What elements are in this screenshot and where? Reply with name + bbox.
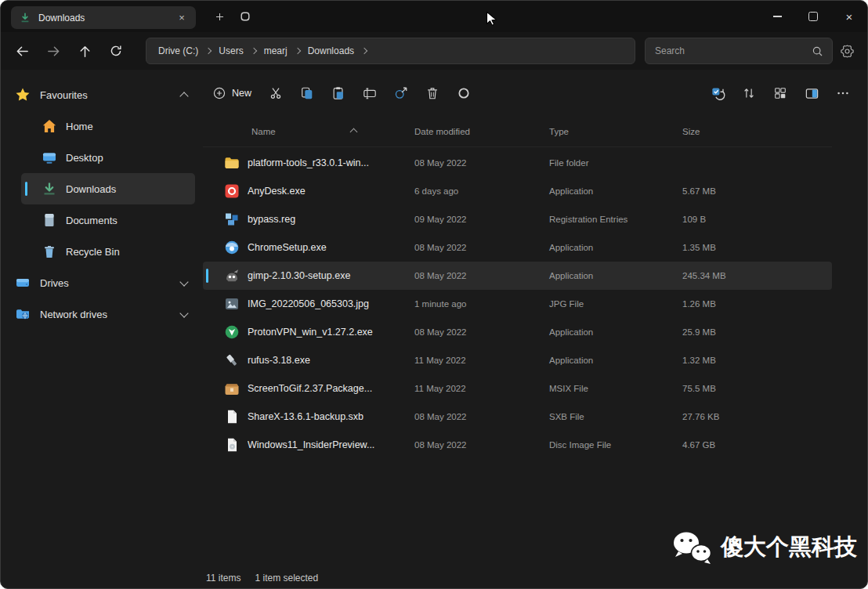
file-name: AnyDesk.exe: [248, 186, 414, 197]
sidebar-section-network-drives[interactable]: Network drives: [1, 298, 203, 330]
file-row[interactable]: IMG_20220506_065303.jpg1 minute agoJPG F…: [203, 290, 832, 318]
delete-button[interactable]: [425, 86, 439, 100]
file-row[interactable]: rufus-3.18.exe11 May 2022Application1.32…: [203, 346, 832, 374]
toolbar-right-group: [711, 86, 850, 100]
ring-icon: [457, 86, 471, 100]
breadcrumb-chevron-icon: [361, 48, 367, 54]
rename-button[interactable]: [363, 86, 377, 100]
new-button[interactable]: New: [212, 86, 251, 100]
multiselect-sync-button[interactable]: [711, 86, 725, 100]
file-row[interactable]: platform-tools_r33.0.1-win...08 May 2022…: [203, 149, 832, 177]
file-type: Application: [549, 186, 682, 196]
delete-icon: [425, 86, 439, 100]
file-row[interactable]: ShareX-13.6.1-backup.sxb08 May 2022SXB F…: [203, 403, 832, 431]
breadcrumb-segment[interactable]: Downloads: [308, 45, 354, 56]
share-button[interactable]: [394, 86, 408, 100]
file-name: platform-tools_r33.0.1-win...: [248, 157, 414, 168]
file-type: File folder: [549, 158, 682, 168]
chevron-up-icon[interactable]: [179, 92, 188, 100]
new-tab-button[interactable]: [209, 7, 230, 26]
sidebar-item-desktop[interactable]: Desktop: [21, 142, 195, 173]
sort-button[interactable]: [742, 86, 756, 100]
file-size: 4.67 GB: [682, 440, 832, 450]
gimp-file-icon: [224, 268, 240, 284]
file-row[interactable]: ScreenToGif.2.37.Package...11 May 2022MS…: [203, 374, 832, 403]
chevron-down-icon[interactable]: [179, 309, 188, 317]
breadcrumb-segment[interactable]: Users: [219, 45, 243, 56]
sidebar-section-label: Network drives: [40, 309, 107, 320]
tab-title: Downloads: [38, 13, 168, 23]
more-options-button[interactable]: [836, 86, 850, 100]
sidebar-item-downloads[interactable]: Downloads: [21, 173, 195, 204]
maximize-button[interactable]: [795, 1, 831, 32]
minimize-button[interactable]: [759, 1, 795, 32]
search-box[interactable]: [645, 38, 833, 64]
back-button[interactable]: [9, 38, 35, 64]
file-type: SXB File: [549, 412, 682, 421]
toolbar-left-group: New: [212, 86, 471, 100]
sidebar-item-home[interactable]: Home: [21, 110, 195, 142]
document-icon: [42, 212, 57, 228]
file-row[interactable]: AnyDesk.exe6 days agoApplication5.67 MB: [203, 177, 832, 205]
file-name: gimp-2.10.30-setup.exe: [248, 270, 414, 281]
sidebar-item-documents[interactable]: Documents: [21, 204, 195, 236]
sidebar-item-label: Downloads: [66, 183, 116, 195]
star-icon: [15, 87, 31, 103]
column-header-type[interactable]: Type: [549, 127, 682, 136]
file-row[interactable]: bypass.reg09 May 2022Registration Entrie…: [203, 205, 832, 233]
download-icon: [42, 181, 57, 197]
file-size: 1.35 MB: [682, 243, 832, 252]
file-list: platform-tools_r33.0.1-win...08 May 2022…: [203, 147, 867, 568]
more-options-icon: [836, 86, 850, 100]
file-row[interactable]: Windows11_InsiderPreview...08 May 2022Di…: [203, 431, 832, 459]
file-date: 08 May 2022: [414, 412, 549, 421]
sidebar-item-label: Recycle Bin: [66, 246, 120, 258]
home-icon: [42, 118, 57, 134]
forward-button[interactable]: [40, 38, 67, 64]
tab-close-icon[interactable]: ×: [175, 12, 188, 23]
up-button[interactable]: [71, 38, 98, 64]
paste-button[interactable]: [331, 86, 345, 100]
selected-count: 1 item selected: [255, 573, 318, 584]
breadcrumb-segment[interactable]: mearj: [264, 45, 288, 56]
watermark: 傻大个黑科技: [671, 530, 857, 565]
close-button[interactable]: ×: [831, 1, 867, 32]
file-row[interactable]: ChromeSetup.exe08 May 2022Application1.3…: [203, 233, 832, 262]
sidebar: FavouritesHomeDesktopDownloadsDocumentsR…: [1, 70, 203, 568]
rufus-file-icon: [224, 352, 240, 368]
copy-button[interactable]: [300, 86, 314, 100]
file-size: 1.32 MB: [682, 356, 832, 365]
file-row[interactable]: ProtonVPN_win_v1.27.2.exe08 May 2022Appl…: [203, 318, 832, 346]
column-header-size[interactable]: Size: [682, 127, 832, 136]
details-pane-button[interactable]: [805, 86, 819, 100]
view-layout-button[interactable]: [773, 86, 787, 100]
tab-downloads[interactable]: Downloads ×: [11, 6, 196, 29]
cut-button[interactable]: [269, 86, 283, 100]
column-header-date[interactable]: Date modified: [414, 127, 549, 136]
titlebar: Downloads × ×: [1, 1, 867, 32]
refresh-button[interactable]: [103, 38, 129, 64]
iso-file-icon: [224, 437, 240, 453]
ring-button[interactable]: [457, 86, 471, 100]
sidebar-item-recycle-bin[interactable]: Recycle Bin: [21, 236, 195, 267]
file-name: ScreenToGif.2.37.Package...: [248, 383, 414, 394]
settings-gear-icon[interactable]: [838, 42, 856, 60]
sidebar-section-drives[interactable]: Drives: [1, 267, 203, 298]
search-input[interactable]: [653, 45, 806, 57]
file-date: 1 minute ago: [414, 299, 549, 309]
file-row[interactable]: gimp-2.10.30-setup.exe08 May 2022Applica…: [203, 262, 832, 290]
anydesk-file-icon: [224, 183, 240, 199]
file-date: 11 May 2022: [414, 384, 549, 393]
file-type: Application: [549, 327, 682, 337]
jpg-file-icon: [224, 296, 240, 312]
breadcrumb[interactable]: Drive (C:)UsersmearjDownloads: [146, 38, 635, 64]
desktop-icon: [42, 150, 57, 165]
column-header-name-label: Name: [251, 127, 276, 136]
tab-layout-icon[interactable]: [235, 7, 255, 26]
column-header-name[interactable]: Name: [224, 127, 414, 136]
file-type: MSIX File: [549, 384, 682, 393]
chevron-down-icon[interactable]: [179, 277, 188, 286]
breadcrumb-segment[interactable]: Drive (C:): [158, 45, 198, 56]
column-headers: Name Date modified Type Size: [203, 117, 832, 147]
sidebar-section-favourites[interactable]: Favourites: [1, 79, 203, 110]
